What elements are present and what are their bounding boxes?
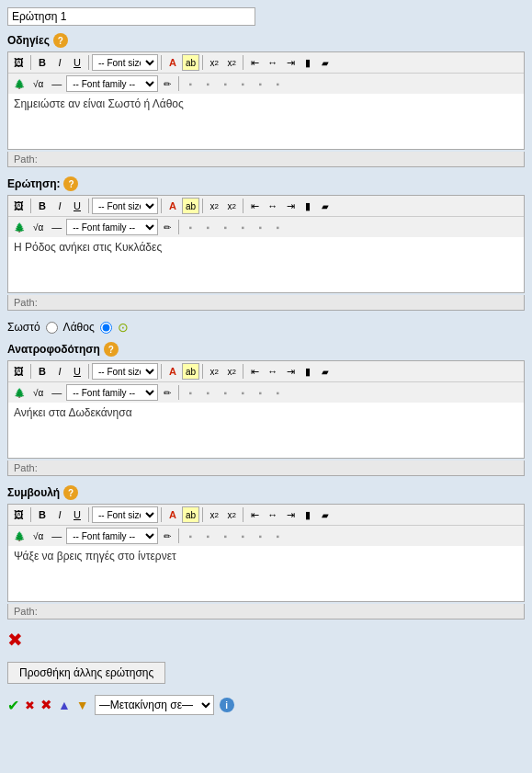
superscript-btn[interactable]: x2	[223, 54, 240, 71]
extra-btn2[interactable]: ▪	[199, 219, 216, 235]
subscript-btn[interactable]: x2	[206, 506, 222, 523]
correct-radio[interactable]	[46, 322, 58, 334]
font-family-select[interactable]: -- Font family -- ArialTimes New RomanCo…	[66, 75, 158, 92]
insert-image-btn[interactable]: 🖼	[10, 506, 28, 523]
extra-btn3[interactable]: ▪	[217, 75, 233, 92]
bold-btn[interactable]: B	[34, 506, 51, 523]
insert-image-btn[interactable]: 🖼	[10, 54, 28, 71]
wrong-radio[interactable]	[100, 322, 112, 334]
insert-btn[interactable]: 🌲	[10, 528, 28, 544]
move-up-icon[interactable]: ▲	[58, 698, 71, 712]
font-color-btn[interactable]: A	[164, 54, 181, 71]
extra-btn1[interactable]: ▪	[182, 75, 198, 92]
extra-btn5[interactable]: ▪	[252, 384, 268, 401]
font-color-btn[interactable]: A	[164, 198, 181, 214]
edit-btn[interactable]: ✏	[159, 219, 175, 235]
formula-btn[interactable]: √α	[29, 528, 47, 544]
extra-btn3[interactable]: ▪	[217, 384, 233, 401]
extra-btn2[interactable]: ▪	[199, 384, 216, 401]
editor-content-instructions[interactable]: Σημειώστε αν είναι Σωστό ή Λάθος	[8, 94, 524, 149]
formula-btn[interactable]: √α	[29, 384, 47, 401]
help-icon-hint[interactable]: ?	[63, 485, 78, 500]
confirm-icon[interactable]: ✔	[7, 697, 19, 714]
help-icon-feedback[interactable]: ?	[104, 342, 119, 357]
align-justify-btn[interactable]: ▮	[300, 506, 316, 523]
align-center-btn[interactable]: ↔	[264, 198, 281, 214]
font-size-select[interactable]: -- Font size -- 81012141824	[92, 363, 158, 380]
move-down-icon[interactable]: ▼	[76, 698, 89, 712]
align-center-btn[interactable]: ↔	[264, 54, 281, 71]
align-center-btn[interactable]: ↔	[264, 363, 281, 380]
underline-btn[interactable]: U	[69, 198, 85, 214]
more-align-btn[interactable]: ▰	[317, 198, 334, 214]
align-left-btn[interactable]: ⇤	[246, 54, 263, 71]
font-family-select[interactable]: -- Font family -- ArialTimes New RomanCo…	[66, 219, 158, 235]
extra-btn6[interactable]: ▪	[269, 219, 286, 235]
highlight-btn[interactable]: ab	[182, 54, 199, 71]
formula-btn[interactable]: √α	[29, 75, 47, 92]
bold-btn[interactable]: B	[34, 54, 51, 71]
align-center-btn[interactable]: ↔	[264, 506, 281, 523]
formula-btn[interactable]: √α	[29, 219, 47, 235]
align-left-btn[interactable]: ⇤	[246, 198, 263, 214]
dash-btn[interactable]: —	[48, 528, 65, 544]
highlight-btn[interactable]: ab	[182, 198, 199, 214]
info-icon[interactable]: i	[220, 698, 234, 712]
align-right-btn[interactable]: ⇥	[282, 54, 299, 71]
dash-btn[interactable]: —	[48, 219, 65, 235]
align-right-btn[interactable]: ⇥	[282, 363, 299, 380]
editor-content-feedback[interactable]: Ανήκει στα Δωδεκάνησα	[8, 403, 524, 458]
font-size-select[interactable]: -- Font size -- 81012141824	[92, 506, 158, 523]
insert-btn[interactable]: 🌲	[10, 75, 28, 92]
dash-btn[interactable]: —	[48, 75, 65, 92]
help-icon-question[interactable]: ?	[63, 176, 78, 191]
more-align-btn[interactable]: ▰	[317, 54, 334, 71]
extra-btn5[interactable]: ▪	[252, 528, 268, 544]
extra-btn6[interactable]: ▪	[269, 528, 286, 544]
more-align-btn[interactable]: ▰	[317, 506, 334, 523]
edit-btn[interactable]: ✏	[159, 384, 175, 401]
underline-btn[interactable]: U	[69, 363, 85, 380]
superscript-btn[interactable]: x2	[223, 363, 240, 380]
highlight-btn[interactable]: ab	[182, 363, 199, 380]
delete-bottom-icon[interactable]: ✖	[40, 697, 52, 713]
cancel-icon[interactable]: ✖	[25, 699, 35, 712]
extra-btn4[interactable]: ▪	[234, 528, 251, 544]
extra-btn1[interactable]: ▪	[182, 219, 198, 235]
font-family-select[interactable]: -- Font family -- ArialTimes New RomanCo…	[66, 528, 158, 544]
move-to-select[interactable]: —Μετακίνηση σε—	[95, 695, 214, 715]
add-question-button[interactable]: Προσθήκη άλλης ερώτησης	[7, 662, 165, 684]
subscript-btn[interactable]: x2	[206, 54, 222, 71]
extra-btn6[interactable]: ▪	[269, 75, 286, 92]
italic-btn[interactable]: I	[51, 198, 68, 214]
font-color-btn[interactable]: A	[164, 506, 181, 523]
align-right-btn[interactable]: ⇥	[282, 198, 299, 214]
extra-btn4[interactable]: ▪	[234, 219, 251, 235]
align-left-btn[interactable]: ⇤	[246, 363, 263, 380]
underline-btn[interactable]: U	[69, 506, 85, 523]
extra-btn2[interactable]: ▪	[199, 528, 216, 544]
font-size-select[interactable]: -- Font size -- 81012141824	[92, 198, 158, 214]
edit-btn[interactable]: ✏	[159, 528, 175, 544]
extra-btn5[interactable]: ▪	[252, 75, 268, 92]
editor-content-question[interactable]: Η Ρόδος ανήκει στις Κυκλάδες	[8, 237, 524, 292]
bold-btn[interactable]: B	[34, 198, 51, 214]
editor-content-hint[interactable]: Ψάξε να βρεις πηγές στο ίντερνετ	[8, 546, 524, 601]
italic-btn[interactable]: I	[51, 363, 68, 380]
font-color-btn[interactable]: A	[164, 363, 181, 380]
superscript-btn[interactable]: x2	[223, 506, 240, 523]
italic-btn[interactable]: I	[51, 54, 68, 71]
align-left-btn[interactable]: ⇤	[246, 506, 263, 523]
insert-btn[interactable]: 🌲	[10, 384, 28, 401]
extra-btn5[interactable]: ▪	[252, 219, 268, 235]
question-title-input[interactable]	[7, 7, 255, 26]
delete-icon[interactable]: ✖	[7, 629, 525, 651]
font-size-select[interactable]: -- Font size -- 81012141824	[92, 54, 158, 71]
more-align-btn[interactable]: ▰	[317, 363, 334, 380]
italic-btn[interactable]: I	[51, 506, 68, 523]
edit-btn[interactable]: ✏	[159, 75, 175, 92]
highlight-btn[interactable]: ab	[182, 506, 199, 523]
superscript-btn[interactable]: x2	[223, 198, 240, 214]
help-icon-instructions[interactable]: ?	[53, 33, 68, 48]
subscript-btn[interactable]: x2	[206, 363, 222, 380]
